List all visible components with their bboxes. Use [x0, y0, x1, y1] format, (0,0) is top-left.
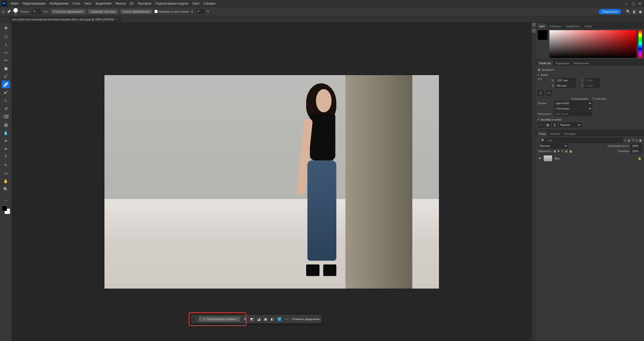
marquee-tool[interactable]: ◻: [2, 32, 10, 40]
content-aware-button[interactable]: С учетом содержимого: [51, 9, 86, 14]
layer-lock-icon[interactable]: 🔒: [638, 157, 641, 160]
rulers-unit-select[interactable]: Пиксели: [559, 123, 582, 127]
frame-icon[interactable]: ▣: [639, 10, 642, 14]
filter-type-icon[interactable]: T: [632, 139, 634, 142]
tab-libraries[interactable]: Библиотеки: [572, 60, 591, 66]
document-canvas[interactable]: [104, 75, 439, 289]
menu-file[interactable]: Файл: [9, 1, 21, 6]
tab-color[interactable]: Цвет: [537, 23, 547, 29]
y-input[interactable]: [585, 83, 600, 88]
menu-text[interactable]: Текст: [82, 1, 94, 6]
workspace-icon[interactable]: ◧: [633, 10, 636, 14]
orientation-landscape-icon[interactable]: ▭: [546, 90, 551, 96]
crop-tool[interactable]: ✂: [2, 56, 10, 64]
sample-all-checkbox[interactable]: [154, 10, 158, 13]
create-texture-button[interactable]: Создание текстуры: [88, 9, 118, 14]
menu-select[interactable]: Выделение: [94, 1, 114, 6]
menu-layers[interactable]: Слои: [71, 1, 82, 6]
canvas-section[interactable]: Холст: [538, 73, 642, 76]
blend-mode-select[interactable]: Обычные: [538, 144, 568, 148]
search-icon[interactable]: 🔍: [626, 10, 630, 14]
eraser-tool[interactable]: ⌫: [2, 113, 10, 120]
tab-patterns[interactable]: Узоры: [582, 23, 594, 29]
mode-dropdown[interactable]: [32, 9, 41, 14]
path-select-tool[interactable]: ↖: [2, 161, 10, 169]
share-button[interactable]: Поделиться: [599, 9, 621, 14]
filter-pixel-icon[interactable]: ▢: [624, 139, 627, 142]
home-icon[interactable]: ⌂: [2, 9, 5, 14]
lock-all-icon[interactable]: ▣: [553, 150, 556, 153]
edit-toolbar-icon[interactable]: ⋯: [2, 196, 10, 204]
width-input[interactable]: [555, 78, 576, 83]
tab-paths[interactable]: Контуры: [562, 131, 577, 136]
mask-icon[interactable]: ▣: [264, 317, 267, 321]
more-icon[interactable]: ⋯: [285, 317, 289, 321]
tab-channels[interactable]: Каналы: [548, 131, 562, 136]
menu-help[interactable]: Справка: [202, 1, 217, 6]
spot-healing-tool[interactable]: 🩹: [2, 81, 10, 88]
ctb-drag-handle[interactable]: [193, 316, 194, 322]
sample-all-layers-check[interactable]: Образец со всех слоев: [154, 10, 188, 13]
healing-brush-icon[interactable]: 🩹: [7, 10, 11, 13]
hand-tool[interactable]: ✋: [2, 177, 10, 185]
x-input[interactable]: [585, 78, 600, 83]
zoom-tool[interactable]: 🔍: [2, 185, 10, 193]
foreground-background-colors[interactable]: [2, 206, 10, 214]
lock-pixels-icon[interactable]: ✎: [561, 150, 564, 153]
tab-layers[interactable]: Слои: [537, 131, 548, 136]
menu-view[interactable]: Просмотр: [136, 1, 153, 6]
gradient-tool[interactable]: ▤: [2, 121, 10, 128]
fill-percent-input[interactable]: [631, 149, 642, 153]
transform-selection-icon[interactable]: ◪: [257, 317, 260, 321]
brush-preview-icon[interactable]: [13, 8, 18, 13]
shape-tool[interactable]: ▭: [2, 169, 10, 177]
angle-input[interactable]: [196, 9, 205, 14]
proximity-match-button[interactable]: Соотв. приближения: [120, 9, 152, 14]
color-swatch-icon[interactable]: [538, 30, 547, 40]
collapsed-panel-icon[interactable]: [532, 29, 536, 33]
layer-row[interactable]: 👁 Фон 🔒: [538, 154, 642, 163]
layer-name[interactable]: Фон: [554, 157, 560, 160]
object-select-tool[interactable]: ▭: [2, 48, 10, 56]
tab-swatches[interactable]: Образцы: [548, 23, 563, 29]
visibility-icon[interactable]: 👁: [538, 157, 541, 160]
canvas-area[interactable]: [12, 23, 532, 341]
type-tool[interactable]: T: [2, 153, 10, 161]
generative-fill-button[interactable]: Генеративная заливка: [199, 317, 240, 322]
color-field[interactable]: [549, 30, 636, 58]
filter-smart-icon[interactable]: ◧: [639, 139, 642, 142]
menu-plugins[interactable]: Подключаемые модули: [153, 1, 190, 6]
rulers-grids-section[interactable]: Линейки и сетки: [538, 118, 642, 121]
document-tab[interactable]: amc-photo-yeni-seksualnaia-briunetka-kra…: [9, 17, 121, 22]
height-input[interactable]: [555, 83, 576, 88]
menu-3d[interactable]: 3D: [128, 1, 136, 6]
menu-window[interactable]: Окно: [190, 1, 202, 6]
deselect-button[interactable]: Отменить выделение: [292, 318, 320, 321]
blur-tool[interactable]: 💧: [2, 129, 10, 137]
adjust-icon[interactable]: ◐: [271, 317, 274, 321]
tab-close-icon[interactable]: ×: [116, 18, 118, 21]
fill-select[interactable]: [554, 112, 592, 116]
filter-adjust-icon[interactable]: ◐: [628, 139, 631, 142]
lasso-tool[interactable]: ʅ: [2, 40, 10, 48]
frame-tool[interactable]: ▣: [2, 64, 10, 72]
foreground-color-swatch[interactable]: [2, 206, 7, 211]
tab-adjustments[interactable]: Коррекция: [553, 60, 571, 66]
lock-position-icon[interactable]: ✚: [557, 150, 560, 153]
layer-filter-input[interactable]: [543, 138, 623, 143]
eyedropper-tool[interactable]: 🖊: [2, 73, 10, 80]
fill-icon[interactable]: 🪣: [277, 317, 281, 321]
menu-filter[interactable]: Фильтр: [114, 1, 128, 6]
guides-icon[interactable]: ╬: [552, 122, 557, 128]
menu-image[interactable]: Изображение: [48, 1, 71, 6]
hue-strip[interactable]: [638, 30, 642, 58]
tab-gradients[interactable]: Градиенты: [564, 23, 582, 29]
filter-shape-icon[interactable]: ▭: [635, 139, 638, 142]
dodge-tool[interactable]: ☀: [2, 137, 10, 145]
pressure-icon[interactable]: ✎: [207, 10, 209, 13]
opacity-input[interactable]: [631, 144, 642, 148]
pen-tool[interactable]: ✒: [2, 145, 10, 153]
color-mode-select[interactable]: Цвета RGB: [554, 101, 592, 106]
angle-icon[interactable]: ∠: [191, 10, 193, 13]
clone-stamp-tool[interactable]: ⎌: [2, 97, 10, 104]
